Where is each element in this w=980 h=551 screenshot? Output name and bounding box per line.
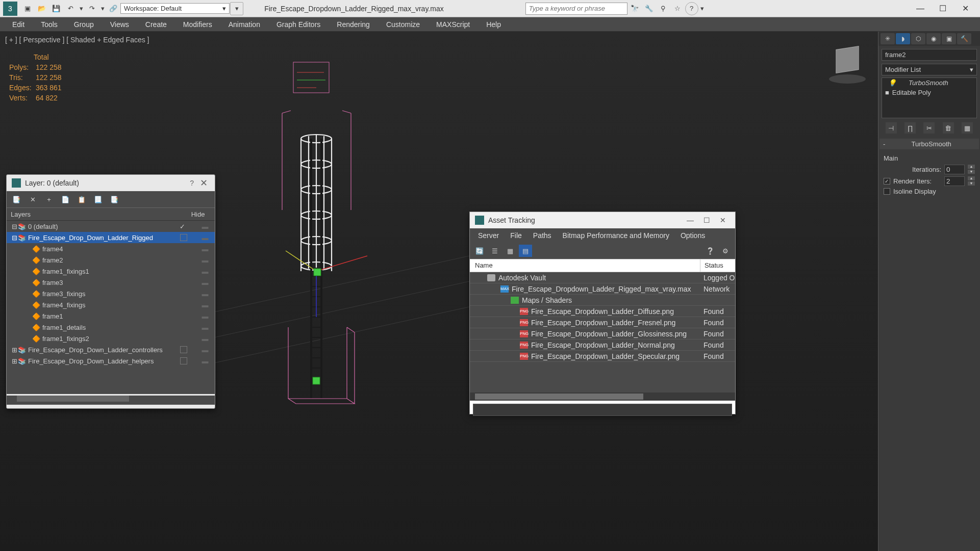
asset-menu-file[interactable]: File	[505, 230, 527, 241]
link-button[interactable]: 🔗	[107, 2, 120, 15]
layer-row[interactable]: ⊟📚Fire_Escape_Drop_Down_Ladder_Rigged▬	[7, 232, 215, 243]
asset-row[interactable]: MAXFire_Escape_Dropdown_Ladder_Rigged_ma…	[470, 283, 735, 295]
menu-edit[interactable]: Edit	[5, 18, 32, 31]
modifier-stack[interactable]: 💡TurboSmooth ■Editable Poly	[882, 77, 977, 118]
asset-row[interactable]: Maps / Shaders	[470, 295, 735, 306]
redo-button[interactable]: ↷	[85, 2, 98, 15]
layer-row[interactable]: 🔶frame1_fixings1▬	[7, 266, 215, 277]
tab-display[interactable]: ▣	[942, 33, 956, 44]
asset-scrollbar[interactable]	[470, 392, 735, 401]
tab-create[interactable]: ✳	[881, 33, 895, 44]
help-icon[interactable]: ?	[685, 2, 698, 15]
render-iters-spinner[interactable]	[944, 176, 965, 186]
object-name-field[interactable]: frame2	[882, 49, 977, 61]
show-end-result-button[interactable]: ∏	[904, 122, 916, 134]
layer-select-button[interactable]: 📄	[60, 194, 71, 205]
menu-group[interactable]: Group	[67, 18, 101, 31]
asset-name-column[interactable]: Name	[470, 259, 700, 272]
undo-dropdown[interactable]: ▾	[78, 2, 84, 15]
layer-freeze-button[interactable]: 📑	[109, 194, 120, 205]
view-cube[interactable]	[827, 42, 868, 83]
layer-row[interactable]: 🔶frame1_details▬	[7, 322, 215, 333]
layer-row[interactable]: ⊞📚Fire_Escape_Drop_Down_Ladder_controlle…	[7, 344, 215, 355]
configure-sets-button[interactable]: ▦	[962, 122, 973, 134]
layer-row[interactable]: 🔶frame4▬	[7, 243, 215, 254]
star-icon[interactable]: ☆	[671, 2, 684, 15]
key-icon[interactable]: ⚲	[657, 2, 670, 15]
make-unique-button[interactable]: ✂	[923, 122, 935, 134]
layer-row[interactable]: ⊞📚Fire_Escape_Drop_Down_Ladder_helpers▬	[7, 355, 215, 366]
menu-views[interactable]: Views	[103, 18, 136, 31]
layer-add-button[interactable]: +	[43, 194, 55, 205]
menu-tools[interactable]: Tools	[34, 18, 65, 31]
workspace-opts[interactable]: ▾	[230, 2, 243, 15]
binocular-icon[interactable]: 🔭	[628, 2, 641, 15]
asset-help-button[interactable]: ❔	[703, 245, 717, 257]
asset-refresh-button[interactable]: 🔄	[473, 245, 486, 257]
asset-menu-server[interactable]: Server	[473, 230, 504, 241]
render-iters-spin-buttons[interactable]: ▲▼	[968, 176, 975, 186]
wrench-icon[interactable]: 🔧	[642, 2, 656, 15]
asset-row[interactable]: PNGFire_Escape_Dropdown_Ladder_Fresnel.p…	[470, 317, 735, 328]
asset-table-button[interactable]: ▤	[519, 245, 532, 257]
menu-graph-editors[interactable]: Graph Editors	[269, 18, 328, 31]
layer-row[interactable]: 🔶frame1▬	[7, 310, 215, 322]
menu-create[interactable]: Create	[138, 18, 174, 31]
tab-utilities[interactable]: 🔨	[957, 33, 971, 44]
close-button[interactable]: ✕	[958, 2, 973, 15]
asset-dialog-titlebar[interactable]: Asset Tracking — ☐ ✕	[470, 212, 735, 228]
help-dropdown[interactable]: ▾	[699, 2, 706, 15]
asset-close-button[interactable]: ✕	[716, 216, 730, 224]
layer-new-button[interactable]: 📑	[11, 194, 22, 205]
asset-row[interactable]: PNGFire_Escape_Dropdown_Ladder_Diffuse.p…	[470, 306, 735, 317]
layer-delete-button[interactable]: ✕	[27, 194, 38, 205]
layer-row[interactable]: ⊟📚0 (default)✓▬	[7, 221, 215, 232]
layer-hide-button[interactable]: 📃	[92, 194, 104, 205]
layer-highlight-button[interactable]: 📋	[76, 194, 87, 205]
asset-row[interactable]: PNGFire_Escape_Dropdown_Ladder_Glossines…	[470, 328, 735, 339]
iterations-spin-buttons[interactable]: ▲▼	[968, 164, 975, 174]
modifier-list-dropdown[interactable]: Modifier List▾	[882, 64, 977, 75]
asset-tree-button[interactable]: ▦	[504, 245, 517, 257]
menu-help[interactable]: Help	[479, 18, 508, 31]
asset-options-button[interactable]: ⚙	[719, 245, 732, 257]
asset-row[interactable]: PNGFire_Escape_Dropdown_Ladder_Normal.pn…	[470, 339, 735, 351]
layer-scrollbar[interactable]	[7, 396, 215, 405]
remove-modifier-button[interactable]: 🗑	[943, 122, 954, 134]
layer-row[interactable]: 🔶frame2▬	[7, 254, 215, 266]
layer-dialog-help-button[interactable]: ?	[186, 179, 198, 187]
asset-row[interactable]: Autodesk VaultLogged O	[470, 272, 735, 283]
layer-tree[interactable]: ⊟📚0 (default)✓▬⊟📚Fire_Escape_Drop_Down_L…	[7, 221, 215, 394]
asset-row[interactable]: PNGFire_Escape_Dropdown_Ladder_Specular.…	[470, 351, 735, 362]
layer-row[interactable]: 🔶frame1_fixings2▬	[7, 333, 215, 344]
tab-motion[interactable]: ◉	[926, 33, 941, 44]
asset-status-column[interactable]: Status	[700, 259, 735, 272]
layer-dialog-titlebar[interactable]: Layer: 0 (default) ? ✕	[7, 175, 215, 191]
asset-menu-bitmap-performance-and-memory[interactable]: Bitmap Performance and Memory	[558, 230, 674, 241]
iterations-spinner[interactable]	[944, 165, 965, 174]
layer-row[interactable]: 🔶frame3▬	[7, 277, 215, 288]
render-iters-checkbox[interactable]	[884, 178, 890, 185]
new-button[interactable]: ▣	[21, 2, 34, 15]
pin-stack-button[interactable]: ⊣	[886, 122, 897, 134]
viewport-label[interactable]: [ + ] [ Perspective ] [ Shaded + Edged F…	[5, 36, 149, 44]
stack-turbosmooth[interactable]: 💡TurboSmooth	[882, 78, 976, 88]
asset-maximize-button[interactable]: ☐	[699, 216, 714, 224]
rollout-turbosmooth-title[interactable]: -TurboSmooth	[880, 139, 979, 149]
asset-list-button[interactable]: ☰	[488, 245, 501, 257]
asset-menu-paths[interactable]: Paths	[528, 230, 557, 241]
tab-modify[interactable]: ◗	[896, 33, 910, 44]
asset-tree[interactable]: Autodesk VaultLogged OMAXFire_Escape_Dro…	[470, 272, 735, 362]
menu-customize[interactable]: Customize	[379, 18, 427, 31]
tab-hierarchy[interactable]: ⬡	[911, 33, 925, 44]
maximize-button[interactable]: ☐	[935, 2, 950, 15]
asset-menu-options[interactable]: Options	[675, 230, 710, 241]
redo-dropdown[interactable]: ▾	[99, 2, 106, 15]
open-button[interactable]: 📂	[35, 2, 48, 15]
menu-animation[interactable]: Animation	[221, 18, 267, 31]
hide-column-header[interactable]: Hide	[185, 211, 211, 218]
undo-button[interactable]: ↶	[64, 2, 77, 15]
isoline-checkbox[interactable]	[884, 188, 890, 195]
layer-row[interactable]: 🔶frame4_fixings▬	[7, 299, 215, 310]
save-button[interactable]: 💾	[49, 2, 63, 15]
